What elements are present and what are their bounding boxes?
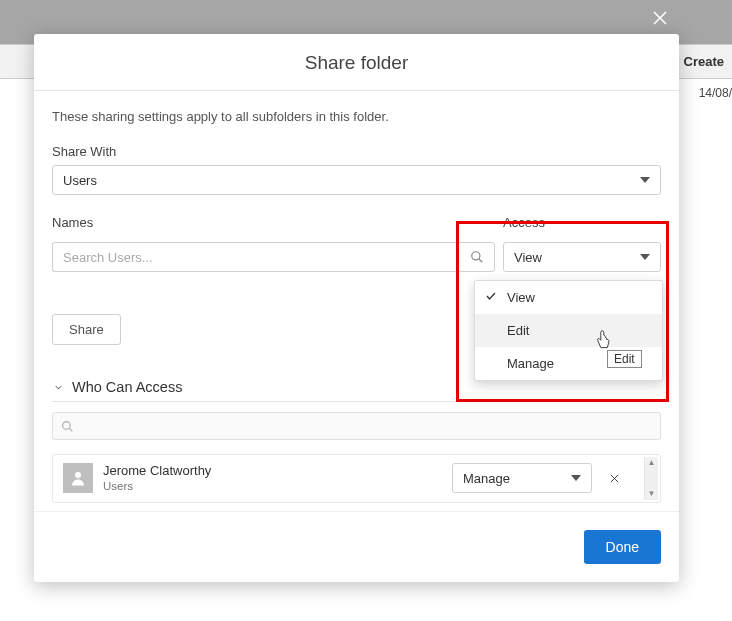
who-access-name: Jerome Clatworthy [103,463,442,479]
close-icon[interactable] [648,6,672,30]
access-label: Access [503,215,661,230]
dropdown-option-edit[interactable]: Edit [475,314,662,347]
who-access-list: Jerome Clatworthy Users Manage ▲ ▼ [52,454,661,503]
scroll-down-icon: ▼ [648,490,656,498]
modal-title: Share folder [34,34,679,91]
share-with-value: Users [63,173,97,188]
modal-subtitle: These sharing settings apply to all subf… [52,109,661,124]
who-access-role: Users [103,479,442,493]
caret-down-icon [640,254,650,260]
share-with-label: Share With [52,144,661,159]
who-access-select[interactable]: Manage [452,463,592,493]
tooltip: Edit [607,350,642,368]
remove-access-button[interactable] [602,466,626,490]
svg-line-3 [478,259,482,263]
svg-point-2 [471,252,479,260]
search-button[interactable] [458,242,495,272]
names-label: Names [52,215,495,230]
who-can-access-label: Who Can Access [72,379,182,395]
access-select[interactable]: View [503,242,661,272]
dropdown-option-view[interactable]: View [475,281,662,314]
caret-down-icon [571,475,581,481]
svg-point-4 [63,421,71,429]
share-with-select[interactable]: Users [52,165,661,195]
caret-down-icon [640,177,650,183]
scroll-up-icon: ▲ [648,459,656,467]
avatar [63,463,93,493]
names-search-input[interactable] [52,242,458,272]
who-filter-input[interactable] [52,412,661,440]
svg-line-5 [69,428,72,431]
column-header-create: Create [684,54,724,69]
svg-point-6 [75,472,81,478]
background-date-cell: 14/08/ [689,82,732,104]
scrollbar[interactable]: ▲ ▼ [644,457,658,500]
share-button[interactable]: Share [52,314,121,345]
who-access-value: Manage [463,471,510,486]
chevron-down-icon [52,382,64,393]
check-icon [485,290,497,305]
who-access-row: Jerome Clatworthy Users Manage [53,455,660,502]
who-access-info: Jerome Clatworthy Users [103,463,442,494]
done-button[interactable]: Done [584,530,661,564]
access-value: View [514,250,542,265]
